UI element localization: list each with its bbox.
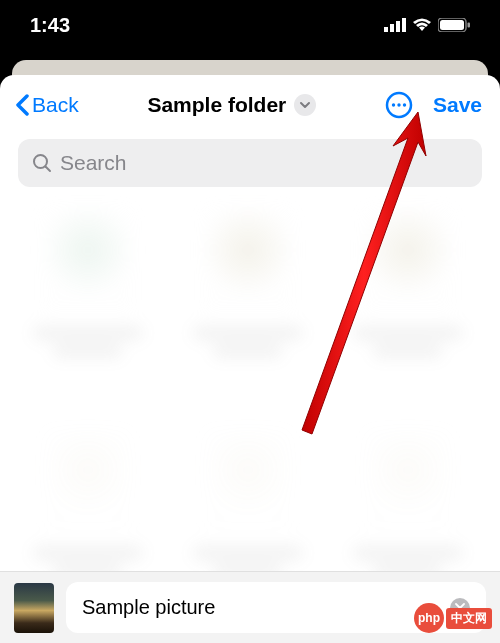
back-label: Back (32, 93, 79, 117)
chevron-down-icon (294, 94, 316, 116)
chevron-left-icon (14, 94, 30, 116)
svg-rect-6 (468, 22, 471, 27)
file-item[interactable] (340, 208, 475, 378)
svg-rect-5 (440, 20, 464, 30)
ellipsis-circle-icon (385, 91, 413, 119)
svg-rect-0 (384, 27, 388, 32)
save-button[interactable]: Save (433, 93, 482, 117)
search-icon (32, 153, 52, 173)
status-bar: 1:43 (0, 0, 500, 50)
page-title: Sample folder (147, 93, 286, 117)
file-thumbnail (14, 583, 54, 633)
more-button[interactable] (385, 91, 413, 119)
search-input[interactable]: Search (18, 139, 482, 187)
back-button[interactable]: Back (14, 93, 79, 117)
nav-bar: Back Sample folder Save (0, 75, 500, 133)
search-placeholder: Search (60, 151, 127, 175)
file-item[interactable] (340, 428, 475, 571)
folder-contents[interactable] (0, 193, 500, 571)
svg-point-9 (397, 103, 400, 106)
watermark-text: 中文网 (446, 608, 492, 629)
svg-rect-1 (390, 24, 394, 32)
watermark: php 中文网 (414, 603, 492, 633)
battery-icon (438, 14, 470, 37)
title-group[interactable]: Sample folder (87, 93, 377, 117)
svg-point-10 (403, 103, 406, 106)
cellular-icon (384, 14, 406, 37)
file-item[interactable] (20, 208, 155, 378)
status-icons (384, 14, 470, 37)
file-item[interactable] (20, 428, 155, 571)
file-item[interactable] (180, 208, 315, 378)
file-picker-sheet: Back Sample folder Save Search Sample pi… (0, 75, 500, 643)
svg-rect-2 (396, 21, 400, 32)
svg-point-8 (392, 103, 395, 106)
file-item[interactable] (180, 428, 315, 571)
svg-line-12 (46, 167, 51, 172)
clock: 1:43 (30, 14, 70, 37)
wifi-icon (412, 14, 432, 37)
watermark-logo: php (414, 603, 444, 633)
filename-text: Sample picture (82, 596, 215, 619)
svg-rect-3 (402, 18, 406, 32)
